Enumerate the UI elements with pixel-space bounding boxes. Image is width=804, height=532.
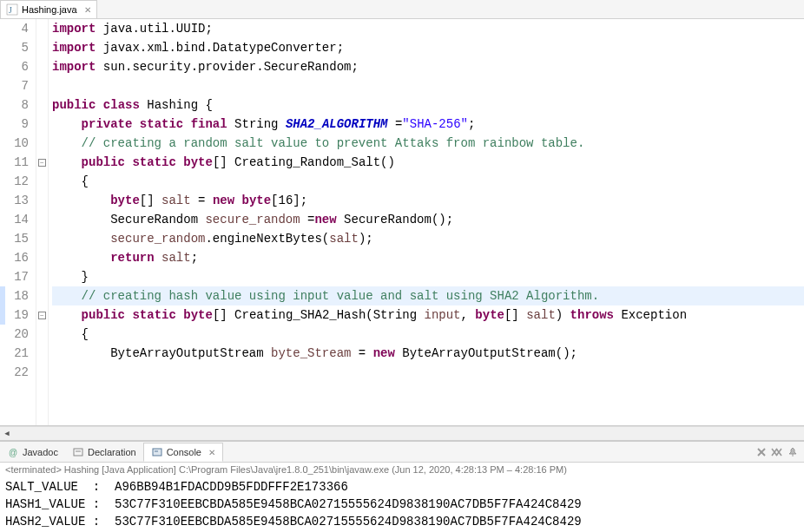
fold-toggle-icon[interactable]: −: [38, 312, 46, 319]
svg-text:@: @: [9, 448, 17, 457]
line-number: 4: [0, 19, 29, 38]
code-line[interactable]: import java.util.UUID;: [52, 19, 804, 38]
marker-cell: [36, 76, 48, 95]
bottom-panel: @ Javadoc Declaration Console ✕ <termina…: [0, 440, 804, 532]
marker-cell: [36, 286, 48, 305]
line-number: 12: [0, 172, 29, 191]
marker-cell: [36, 57, 48, 76]
tab-console[interactable]: Console ✕: [143, 443, 223, 462]
line-number: 14: [0, 210, 29, 229]
line-number-gutter: 45678910111213141516171819202122: [0, 19, 36, 425]
line-number: 19: [0, 305, 29, 325]
code-line[interactable]: secure_random.engineNextBytes(salt);: [52, 229, 804, 248]
scroll-left-icon[interactable]: ◀: [0, 428, 14, 440]
console-status: <terminated> Hashing [Java Application] …: [0, 463, 804, 476]
console-line: SALT_VALUE : A96BB94B1FDACDD9B5FDDFFF2E1…: [5, 478, 799, 496]
declaration-icon: [72, 446, 84, 458]
marker-cell: −: [36, 153, 48, 172]
close-icon[interactable]: ✕: [84, 5, 91, 15]
code-line[interactable]: import sun.security.provider.SecureRando…: [52, 57, 804, 76]
editor-tab-label: Hashing.java: [22, 4, 77, 15]
code-line[interactable]: return salt;: [52, 248, 804, 267]
view-tab-bar: @ Javadoc Declaration Console ✕: [0, 442, 804, 463]
horizontal-scrollbar[interactable]: ◀: [0, 426, 804, 440]
marker-cell: [36, 95, 48, 115]
marker-cell: [36, 363, 48, 382]
code-line[interactable]: public static byte[] Creating_Random_Sal…: [52, 153, 804, 172]
editor-area: 45678910111213141516171819202122 −− impo…: [0, 19, 804, 426]
marker-cell: −: [36, 305, 48, 325]
code-line[interactable]: // creating a random salt value to preve…: [52, 134, 804, 153]
line-number: 13: [0, 191, 29, 210]
marker-cell: [36, 229, 48, 248]
close-icon[interactable]: ✕: [208, 448, 215, 457]
fold-toggle-icon[interactable]: −: [38, 159, 46, 167]
marker-cell: [36, 38, 48, 57]
code-line[interactable]: SecureRandom secure_random =new SecureRa…: [52, 210, 804, 229]
marker-cell: [36, 325, 48, 344]
code-line[interactable]: // creating hash value using input value…: [52, 286, 804, 305]
svg-text:J: J: [9, 5, 12, 15]
marker-cell: [36, 210, 48, 229]
line-number: 20: [0, 325, 29, 344]
line-number: 10: [0, 134, 29, 153]
marker-cell: [36, 344, 48, 363]
code-line[interactable]: {: [52, 325, 804, 344]
marker-cell: [36, 248, 48, 267]
pin-console-icon[interactable]: [787, 446, 799, 458]
code-line[interactable]: byte[] salt = new byte[16];: [52, 191, 804, 210]
code-line[interactable]: import javax.xml.bind.DatatypeConverter;: [52, 38, 804, 57]
line-number: 17: [0, 267, 29, 286]
marker-cell: [36, 115, 48, 134]
line-number: 16: [0, 248, 29, 267]
code-line[interactable]: [52, 76, 804, 95]
line-number: 18: [0, 286, 29, 305]
remove-all-launches-icon[interactable]: [771, 446, 783, 458]
editor-tab-bar: J Hashing.java ✕: [0, 0, 804, 19]
console-output[interactable]: SALT_VALUE : A96BB94B1FDACDD9B5FDDFFF2E1…: [0, 476, 804, 532]
line-number: 15: [0, 229, 29, 248]
tab-javadoc[interactable]: @ Javadoc: [0, 443, 65, 461]
editor-tab-hashing[interactable]: J Hashing.java ✕: [0, 0, 97, 18]
code-line[interactable]: [52, 363, 804, 382]
marker-cell: [36, 191, 48, 210]
javadoc-icon: @: [7, 446, 19, 458]
line-number: 21: [0, 344, 29, 363]
code-line[interactable]: public static byte[] Creating_SHA2_Hash(…: [52, 305, 804, 325]
java-file-icon: J: [6, 3, 18, 16]
code-area[interactable]: import java.util.UUID;import javax.xml.b…: [49, 19, 804, 425]
line-number: 11: [0, 153, 29, 172]
marker-column: −−: [36, 19, 49, 425]
console-line: HASH2_VALUE : 53C77F310EEBCBDA585E9458BC…: [5, 513, 799, 530]
tab-console-label: Console: [167, 447, 201, 457]
line-number: 9: [0, 115, 29, 134]
line-number: 8: [0, 95, 29, 115]
code-line[interactable]: public class Hashing {: [52, 95, 804, 115]
line-number: 6: [0, 57, 29, 76]
marker-cell: [36, 172, 48, 191]
line-number: 7: [0, 76, 29, 95]
marker-cell: [36, 267, 48, 286]
svg-rect-3: [74, 449, 82, 456]
console-line: HASH1_VALUE : 53C77F310EEBCBDA585E9458BC…: [5, 496, 799, 513]
tab-declaration-label: Declaration: [88, 447, 136, 457]
code-line[interactable]: {: [52, 172, 804, 191]
svg-rect-5: [153, 449, 161, 456]
console-icon: [151, 446, 163, 458]
marker-cell: [36, 19, 48, 38]
marker-cell: [36, 134, 48, 153]
line-number: 5: [0, 38, 29, 57]
remove-launch-icon[interactable]: [755, 446, 768, 458]
code-line[interactable]: }: [52, 267, 804, 286]
line-number: 22: [0, 363, 29, 382]
tab-declaration[interactable]: Declaration: [65, 443, 143, 461]
code-line[interactable]: private static final String SHA2_ALGORIT…: [52, 115, 804, 134]
code-line[interactable]: ByteArrayOutputStream byte_Stream = new …: [52, 344, 804, 363]
tab-javadoc-label: Javadoc: [23, 447, 58, 457]
